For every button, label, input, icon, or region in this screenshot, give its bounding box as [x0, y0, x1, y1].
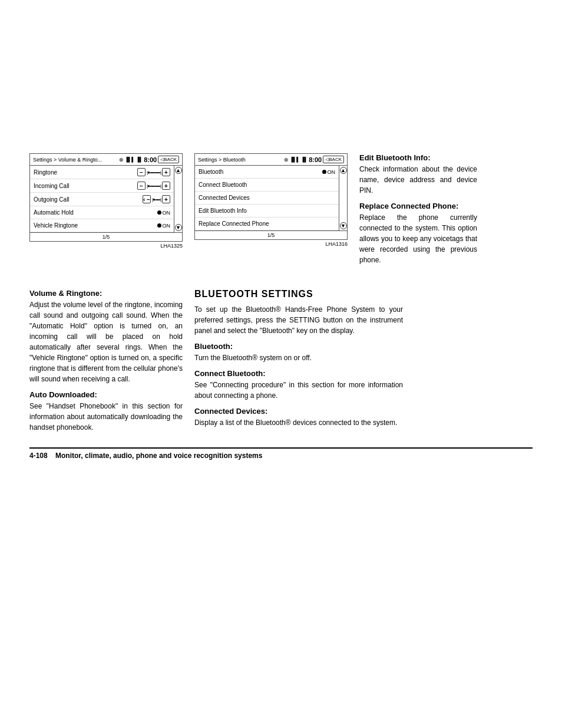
incoming-bar: |●••••••••••| — [147, 183, 161, 189]
screen1-wrapper: Settings > Volume & Ringto... ⊕ ▐▌▌ ▐▌ 8… — [29, 153, 183, 249]
top-spacer — [29, 24, 533, 153]
screen1-row-outgoing: Outgoing Call ‹ − |●•••••| + — [30, 193, 174, 206]
screen1-back-btn[interactable]: ◁ BACK — [158, 156, 179, 163]
screen1-signal-icon: ⊕ — [119, 157, 124, 163]
screen1-row-ringtone: Ringtone − |●••••••••••| + — [30, 166, 174, 179]
connected-devices-title: Connected Devices: — [194, 407, 403, 416]
bluetooth-on-text: ON — [328, 169, 336, 175]
vehicle-label: Vehicle Ringtone — [34, 222, 157, 229]
screen2-breadcrumb-area: Settings > Bluetooth — [198, 157, 246, 163]
auto-hold-dot — [157, 210, 161, 215]
screen1-footer: 1/5 — [30, 232, 182, 241]
screen1-scroll[interactable]: ▲ ▼ — [174, 166, 182, 232]
screen2-code: LHA1316 — [194, 240, 348, 247]
screen1-breadcrumb: Settings > Volume & Ringto... — [33, 157, 102, 163]
screen2-row-edit[interactable]: Edit Bluetooth Info — [195, 205, 339, 218]
outgoing-bar: |●•••••| — [152, 197, 161, 202]
screen2-row-replace[interactable]: Replace Connected Phone — [195, 218, 339, 230]
ringtone-bar: |●••••••••••| — [147, 170, 161, 175]
right-column-spacer — [415, 289, 533, 439]
screen2-wrapper: Settings > Bluetooth ⊕ ▐▌▌ ▐▌ 8:00 ◁ BAC… — [194, 153, 348, 247]
page-footer: 4-108 Monitor, climate, audio, phone and… — [29, 447, 533, 460]
content-row: Volume & Ringtone: Adjust the volume lev… — [29, 289, 533, 439]
bluetooth-dot — [322, 170, 326, 174]
screen1-icons: ⊕ ▐▌▌ ▐▌ 8:00 ◁ BACK — [119, 156, 179, 163]
screen1-row-auto-hold: Automatic Hold ON — [30, 206, 174, 219]
auto-hold-on-text: ON — [163, 210, 171, 216]
connect-label: Connect Bluetooth — [199, 182, 335, 188]
screen1: Settings > Volume & Ringto... ⊕ ▐▌▌ ▐▌ 8… — [29, 153, 183, 242]
right-column: Edit Bluetooth Info: Check information a… — [359, 153, 477, 271]
screen1-back-label: BACK — [164, 157, 177, 162]
screen1-row-vehicle: Vehicle Ringtone ON — [30, 219, 174, 232]
auto-downloaded-title: Auto Downloaded: — [29, 390, 183, 399]
screen1-header: Settings > Volume & Ringto... ⊕ ▐▌▌ ▐▌ 8… — [30, 154, 182, 166]
incoming-label: Incoming Call — [34, 183, 137, 189]
devices-label: Connected Devices — [199, 195, 335, 201]
screens-row: Settings > Volume & Ringto... ⊕ ▐▌▌ ▐▌ 8… — [29, 153, 533, 271]
bluetooth-subtitle-body: Turn the Bluetooth® system on or off. — [194, 353, 403, 363]
screen1-breadcrumb-text: Settings > Volume & Ringto... — [33, 157, 102, 163]
edit-bluetooth-body: Check information about the device name,… — [359, 164, 477, 196]
screen2-footer: 1/5 — [195, 230, 347, 239]
ringtone-plus-btn[interactable]: + — [162, 168, 170, 176]
screen1-battery-icon: ▐▌ — [136, 157, 143, 162]
screen2-row-bluetooth[interactable]: Bluetooth ON — [195, 166, 339, 179]
footer-text: Monitor, climate, audio, phone and voice… — [55, 452, 262, 460]
page-number: 4-108 — [29, 452, 48, 460]
screen1-code: LHA1325 — [29, 242, 183, 249]
bluetooth-intro-body: To set up the Bluetooth® Hands-Free Phon… — [194, 304, 403, 336]
vehicle-on-text: ON — [163, 223, 171, 229]
ringtone-control[interactable]: − |●••••••••••| + — [137, 168, 170, 176]
screen1-time: 8:00 — [144, 156, 157, 163]
bluetooth-settings-title: BLUETOOTH SETTINGS — [194, 289, 403, 299]
incoming-plus-btn[interactable]: + — [162, 182, 170, 190]
screen2-time: 8:00 — [309, 156, 322, 163]
vehicle-on: ON — [157, 223, 171, 229]
screen1-row-incoming: Incoming Call − |●••••••••••| + — [30, 179, 174, 193]
connect-bluetooth-body: See "Connecting procedure" in this secti… — [194, 380, 403, 401]
auto-downloaded-body: See "Handset Phonebook" in this section … — [29, 401, 183, 433]
middle-column: BLUETOOTH SETTINGS To set up the Bluetoo… — [194, 289, 403, 439]
ringtone-minus-btn[interactable]: − — [137, 168, 146, 176]
left-column: Volume & Ringtone: Adjust the volume lev… — [29, 289, 183, 439]
auto-hold-on: ON — [157, 210, 171, 216]
volume-ringtone-body: Adjust the volume level of the ringtone,… — [29, 299, 183, 384]
scroll-down-btn[interactable]: ▼ — [175, 224, 182, 231]
bluetooth-subtitle: Bluetooth: — [194, 342, 403, 351]
incoming-control[interactable]: − |●••••••••••| + — [137, 182, 170, 190]
screen1-bars-icon: ▐▌▌ — [125, 157, 135, 162]
outgoing-minus-btn[interactable]: ‹ − — [143, 195, 151, 203]
screen2-header: Settings > Bluetooth ⊕ ▐▌▌ ▐▌ 8:00 ◁ BAC… — [195, 154, 347, 166]
connected-devices-body: Display a list of the Bluetooth® devices… — [194, 417, 403, 428]
replace-phone-title: Replace Connected Phone: — [359, 202, 477, 210]
bluetooth-on: ON — [322, 169, 336, 175]
ringtone-label: Ringtone — [34, 169, 137, 176]
page: Settings > Volume & Ringto... ⊕ ▐▌▌ ▐▌ 8… — [0, 0, 562, 483]
outgoing-label: Outgoing Call — [34, 196, 143, 203]
screen2-bars-icon: ▐▌▌ — [290, 157, 300, 162]
replace-phone-body: Replace the phone currently connected to… — [359, 212, 477, 265]
vehicle-dot — [157, 223, 161, 228]
screen2-breadcrumb-text: Settings > Bluetooth — [198, 157, 246, 163]
screen2: Settings > Bluetooth ⊕ ▐▌▌ ▐▌ 8:00 ◁ BAC… — [194, 153, 348, 240]
volume-ringtone-title: Volume & Ringtone: — [29, 289, 183, 298]
edit-bluetooth-title: Edit Bluetooth Info: — [359, 153, 477, 162]
scroll-up-btn[interactable]: ▲ — [175, 167, 182, 174]
auto-hold-label: Automatic Hold — [34, 209, 157, 216]
screen2-scroll-down-btn[interactable]: ▼ — [340, 222, 347, 229]
replace-label: Replace Connected Phone — [199, 220, 335, 227]
connect-bluetooth-title: Connect Bluetooth: — [194, 369, 403, 378]
screen2-scroll-up-btn[interactable]: ▲ — [340, 167, 347, 174]
bluetooth-row-label: Bluetooth — [199, 169, 322, 175]
screen2-row-connect[interactable]: Connect Bluetooth — [195, 179, 339, 192]
screen2-row-devices[interactable]: Connected Devices — [195, 192, 339, 205]
outgoing-plus-btn[interactable]: + — [162, 195, 170, 203]
screen2-battery-icon: ▐▌ — [301, 157, 308, 162]
outgoing-control[interactable]: ‹ − |●•••••| + — [143, 195, 170, 203]
incoming-minus-btn[interactable]: − — [137, 182, 146, 190]
screen2-back-label: BACK — [329, 157, 342, 162]
screen2-signal-icon: ⊕ — [284, 157, 289, 163]
screen2-back-btn[interactable]: ◁ BACK — [323, 156, 344, 163]
screen2-scroll[interactable]: ▲ ▼ — [339, 166, 347, 230]
